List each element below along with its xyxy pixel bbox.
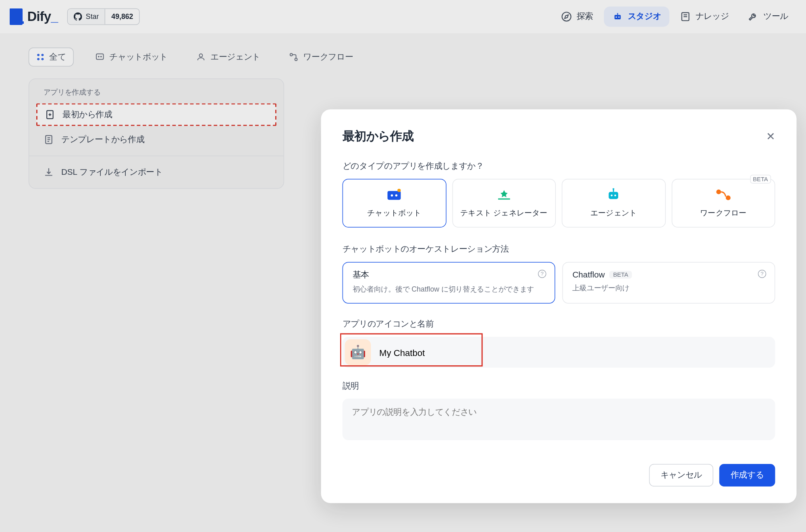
modal-header: 最初から作成 ✕ [343,128,775,145]
svg-point-27 [391,194,393,196]
orch-chatflow[interactable]: ? Chatflow BETA 上級ユーザー向け [562,262,775,303]
svg-point-33 [615,195,616,196]
app-icon-emoji: 🤖 [350,345,366,360]
textgen-type-icon [496,189,511,201]
svg-point-36 [716,190,721,195]
icon-name-label: アプリのアイコンと名前 [343,319,775,330]
svg-point-35 [613,188,614,190]
type-textgen[interactable]: テキスト ジェネレーター [452,179,556,228]
help-icon[interactable]: ? [538,270,546,278]
svg-rect-31 [609,192,619,199]
close-icon[interactable]: ✕ [766,130,775,143]
type-question-label: どのタイプのアプリを作成しますか？ [343,161,775,172]
app-icon-picker[interactable]: 🤖 [345,339,371,365]
orch-label: チャットボットのオーケストレーション方法 [343,244,775,255]
create-app-modal: 最初から作成 ✕ どのタイプのアプリを作成しますか？ チャットボット テキスト … [321,109,797,503]
cancel-button[interactable]: キャンセル [649,464,713,486]
modal-footer: キャンセル 作成する [343,464,775,486]
type-label: チャットボット [367,208,421,219]
orch-chatflow-title: Chatflow [572,270,604,279]
type-label: テキスト ジェネレーター [460,208,547,219]
svg-point-28 [395,194,397,196]
beta-badge: BETA [750,175,771,184]
svg-point-29 [398,189,401,192]
type-label: ワークフロー [700,208,746,219]
help-icon[interactable]: ? [758,270,767,278]
type-agent[interactable]: エージェント [562,179,665,228]
type-chatbot[interactable]: チャットボット [343,179,446,228]
svg-point-32 [611,195,613,196]
desc-label: 説明 [343,381,775,391]
description-input[interactable] [343,399,775,440]
modal-title: 最初から作成 [343,128,414,145]
create-button[interactable]: 作成する [719,464,775,486]
orch-basic[interactable]: ? 基本 初心者向け。後で Chatflow に切り替えることができます [343,262,555,303]
app-type-grid: チャットボット テキスト ジェネレーター エージェント BETA ワークフロー [343,179,775,228]
app-name-input[interactable] [373,340,775,364]
workflow-type-icon [716,189,731,201]
svg-rect-30 [498,199,510,200]
orch-chatflow-desc: 上級ユーザー向け [572,283,765,294]
type-label: エージェント [590,208,637,219]
type-workflow[interactable]: BETA ワークフロー [671,179,775,228]
app-name-row: 🤖 [343,337,775,368]
orch-basic-title: 基本 [353,270,369,281]
chatbot-type-icon [386,189,402,201]
agent-type-icon [606,189,621,201]
beta-badge: BETA [610,271,632,278]
orchestration-grid: ? 基本 初心者向け。後で Chatflow に切り替えることができます ? C… [343,262,775,303]
svg-point-37 [726,195,731,200]
orch-basic-desc: 初心者向け。後で Chatflow に切り替えることができます [353,284,545,295]
svg-rect-26 [388,191,401,200]
